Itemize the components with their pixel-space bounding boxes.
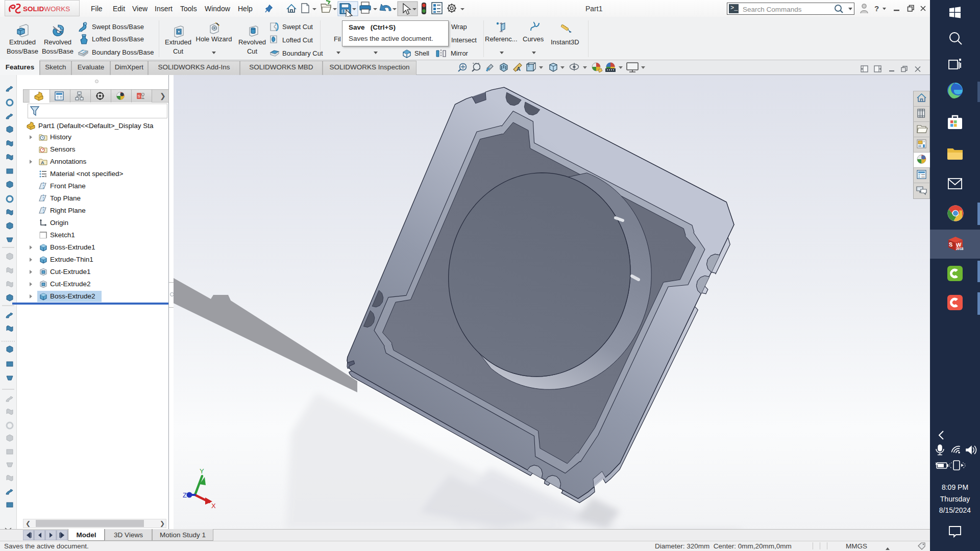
svg-text:S: S: [949, 241, 952, 247]
svg-text:S: S: [138, 94, 140, 98]
svg-text:?: ?: [874, 4, 879, 13]
svg-text:A: A: [517, 66, 521, 72]
svg-text:Z: Z: [183, 491, 187, 499]
svg-text:SOLIDWORKS: SOLIDWORKS: [23, 5, 70, 13]
svg-text:A: A: [41, 160, 44, 165]
svg-text:Y: Y: [200, 467, 204, 475]
svg-text:X: X: [211, 502, 216, 510]
svg-text:2018: 2018: [956, 247, 964, 251]
